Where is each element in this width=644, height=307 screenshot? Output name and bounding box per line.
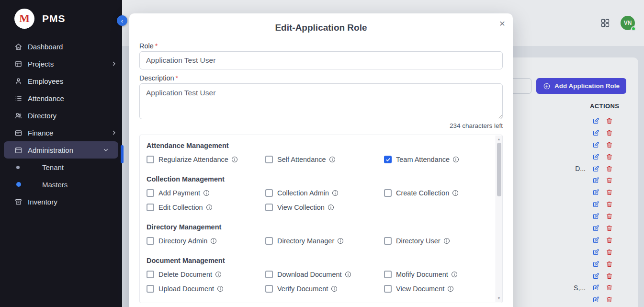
permission-grid: Regularize AttendanceSelf AttendanceTeam…: [147, 155, 486, 164]
checkbox[interactable]: [384, 156, 392, 163]
checkbox[interactable]: [265, 237, 273, 245]
permissions-panel: Attendance ManagementRegularize Attendan…: [139, 135, 503, 303]
permission-group-title: Attendance Management: [147, 142, 486, 149]
permission-grid: Add PaymentCollection AdminCreate Collec…: [147, 189, 486, 212]
info-icon[interactable]: [447, 285, 454, 292]
info-icon[interactable]: [452, 190, 459, 196]
permission-label: Verify Document: [277, 285, 328, 293]
permission-option: Regularize Attendance: [147, 155, 265, 164]
permission-label: Directory Manager: [277, 237, 334, 245]
info-icon[interactable]: [328, 204, 334, 211]
permission-grid: Directory AdminDirectory ManagerDirector…: [147, 237, 486, 245]
info-icon[interactable]: [206, 204, 213, 211]
info-icon[interactable]: [332, 190, 339, 196]
checkbox[interactable]: [147, 156, 154, 163]
checkbox[interactable]: [147, 204, 154, 211]
checkbox[interactable]: [147, 189, 154, 197]
close-icon[interactable]: ×: [499, 18, 505, 28]
logo: M PMS: [0, 0, 122, 30]
role-input[interactable]: [139, 51, 503, 69]
checkbox[interactable]: [265, 156, 273, 163]
role-label-text: Role: [139, 42, 154, 50]
scrollbar-thumb[interactable]: [497, 143, 501, 196]
sidebar-item-projects[interactable]: Projects: [0, 55, 122, 72]
required-asterisk: *: [176, 74, 179, 82]
permission-label: Team Attendance: [396, 156, 450, 163]
checkbox[interactable]: [265, 204, 273, 211]
scroll-up-icon[interactable]: ▲: [496, 137, 502, 142]
info-icon[interactable]: [217, 285, 224, 292]
info-icon[interactable]: [203, 190, 210, 196]
sidebar-item-employees[interactable]: Employees: [0, 72, 122, 90]
sidebar-item-directory[interactable]: Directory: [0, 107, 122, 124]
description-label-text: Description: [139, 74, 174, 82]
info-icon[interactable]: [345, 271, 351, 278]
permission-label: View Document: [396, 285, 444, 293]
sidebar-item-masters[interactable]: Masters: [0, 176, 122, 193]
checkbox[interactable]: [147, 285, 154, 293]
home-icon: [14, 43, 23, 51]
info-icon[interactable]: [452, 156, 459, 163]
permission-groups: Attendance ManagementRegularize Attendan…: [147, 135, 486, 293]
checkbox[interactable]: [384, 189, 392, 197]
permission-label: Upload Document: [158, 285, 214, 293]
info-icon[interactable]: [231, 156, 238, 163]
permission-label: Directory User: [396, 237, 441, 245]
info-icon[interactable]: [210, 238, 217, 244]
sidebar-item-finance[interactable]: Finance: [0, 124, 122, 141]
checkbox[interactable]: [147, 271, 154, 278]
permission-group: Attendance ManagementRegularize Attendan…: [147, 135, 486, 164]
permission-option: Download Document: [265, 270, 384, 279]
checkbox[interactable]: [265, 285, 273, 293]
sidebar-item-dashboard[interactable]: Dashboard: [0, 38, 122, 55]
permission-option: Verify Document: [265, 284, 384, 293]
sidebar-item-label: Tenant: [42, 163, 64, 171]
sidebar-item-inventory[interactable]: Inventory: [0, 193, 122, 210]
sidebar-item-label: Attendance: [28, 94, 64, 102]
permission-group-title: Collection Management: [147, 175, 486, 183]
modal-title: Edit-Application Role: [139, 23, 503, 33]
checkbox[interactable]: [265, 271, 273, 278]
sidebar-collapse-button[interactable]: ‹: [117, 15, 127, 26]
app-root: VN Add Application Role ACTIONS D...S,..…: [0, 0, 644, 307]
permission-option: Directory Admin: [147, 237, 265, 245]
checkbox[interactable]: [384, 271, 392, 278]
permission-option: Edit Collection: [147, 203, 265, 212]
active-route-indicator: [121, 145, 124, 163]
checkbox[interactable]: [147, 237, 154, 245]
permission-group: Collection ManagementAdd PaymentCollecti…: [147, 164, 486, 212]
description-textarea[interactable]: Application Test User: [139, 83, 503, 119]
sidebar-item-tenant[interactable]: Tenant: [0, 159, 122, 176]
sidebar-item-label: Finance: [28, 129, 53, 137]
sidebar-item-label: Employees: [28, 77, 63, 85]
info-icon[interactable]: [451, 271, 458, 278]
permission-option: Upload Document: [147, 284, 265, 293]
info-icon[interactable]: [329, 156, 336, 163]
permission-group: Document ManagementDelete DocumentDownlo…: [147, 245, 486, 293]
info-icon[interactable]: [331, 285, 338, 292]
sidebar-item-attendance[interactable]: Attendance: [0, 90, 122, 107]
permission-group-title: Document Management: [147, 257, 486, 264]
permission-option: View Document: [384, 284, 486, 293]
required-asterisk: *: [155, 42, 158, 50]
person-icon: [14, 77, 23, 85]
sidebar: M PMS DashboardProjectsEmployeesAttendan…: [0, 0, 122, 307]
checkbox[interactable]: [265, 189, 273, 197]
board-icon: [14, 60, 23, 68]
sidebar-item-label: Masters: [42, 181, 68, 189]
bullet-icon: [16, 166, 20, 169]
checkbox[interactable]: [384, 285, 392, 293]
permission-label: Directory Admin: [158, 237, 207, 245]
checkbox[interactable]: [384, 237, 392, 245]
info-icon[interactable]: [443, 238, 450, 244]
sidebar-item-administration[interactable]: Administration: [4, 141, 118, 159]
permission-label: View Collection: [277, 204, 325, 211]
permission-option: View Collection: [265, 203, 384, 212]
permission-label: Collection Admin: [277, 189, 329, 197]
info-icon[interactable]: [215, 271, 222, 278]
scroll-down-icon[interactable]: ▼: [496, 296, 502, 301]
sidebar-item-label: Inventory: [28, 198, 57, 206]
role-label: Role*: [139, 42, 503, 50]
scrollbar[interactable]: ▲ ▼: [496, 136, 502, 302]
info-icon[interactable]: [337, 238, 344, 244]
